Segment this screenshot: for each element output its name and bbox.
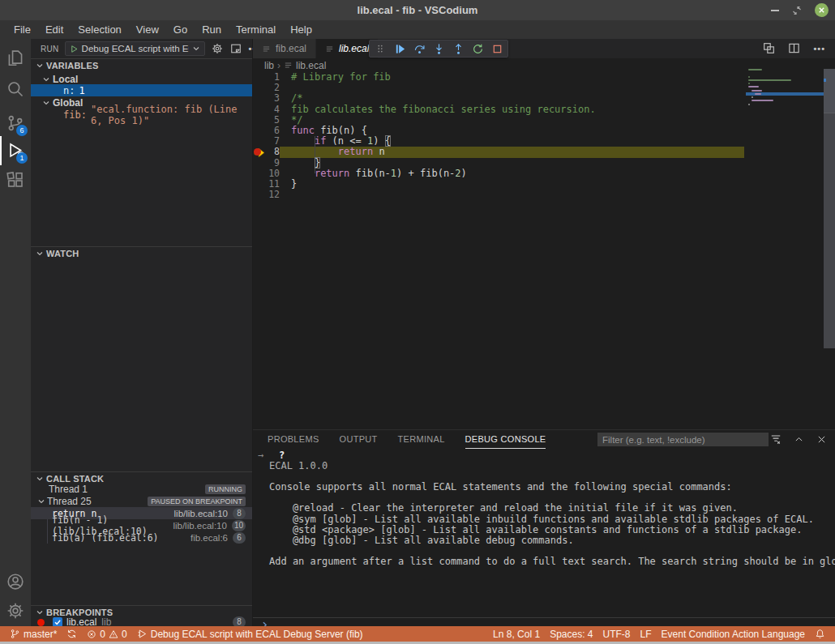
code-line[interactable]: 12 bbox=[253, 190, 835, 200]
step-into-button[interactable] bbox=[430, 41, 447, 57]
thread-name: Thread 25 bbox=[47, 496, 92, 507]
token-numlit: 1 bbox=[391, 168, 396, 179]
breadcrumb-file[interactable]: lib.ecal bbox=[296, 60, 326, 71]
continue-button[interactable] bbox=[392, 41, 408, 57]
menu-item-selection[interactable]: Selection bbox=[71, 20, 128, 39]
menu-item-terminal[interactable]: Terminal bbox=[229, 20, 283, 39]
scm-badge: 6 bbox=[16, 125, 28, 136]
status-indentation[interactable]: Spaces: 4 bbox=[545, 626, 597, 642]
menu-item-edit[interactable]: Edit bbox=[38, 20, 71, 39]
token-br: } bbox=[315, 157, 320, 168]
status-cursor-position[interactable]: Ln 8, Col 1 bbox=[488, 626, 545, 642]
variables-section-header[interactable]: VARIABLES bbox=[31, 58, 252, 71]
status-encoding[interactable]: UTF-8 bbox=[598, 626, 636, 642]
toolbar-drag-handle[interactable] bbox=[372, 41, 388, 57]
code-line[interactable]: 10 return fib(n-1) + fib(n-2) bbox=[253, 168, 835, 179]
chevron-down-icon bbox=[37, 497, 45, 505]
split-editor-icon[interactable] bbox=[788, 42, 800, 54]
gutter-breakpoint-zone[interactable] bbox=[253, 179, 267, 190]
gutter-breakpoint-zone[interactable] bbox=[253, 190, 267, 200]
filter-icon[interactable] bbox=[770, 433, 781, 445]
maximize-panel-icon[interactable] bbox=[794, 434, 804, 445]
status-language-mode[interactable]: Event Condition Action Language bbox=[657, 626, 810, 642]
gutter-breakpoint-zone[interactable] bbox=[253, 93, 267, 104]
console-input-line: →? bbox=[253, 450, 832, 461]
debug-session-indicator[interactable]: Debug ECAL script with ECAL Debug Server… bbox=[132, 626, 368, 642]
line-number: 8 bbox=[267, 147, 280, 157]
variable-row[interactable]: fib:"ecal.function: fib (Line 6, Pos 1)" bbox=[31, 109, 252, 121]
callstack-frame-row[interactable]: fib(a) (fib.ecal:6)fib.ecal:66 bbox=[31, 531, 252, 544]
sync-button[interactable] bbox=[62, 626, 82, 642]
gutter-breakpoint-zone[interactable] bbox=[253, 115, 267, 126]
menu-item-go[interactable]: Go bbox=[166, 20, 195, 39]
menu-item-run[interactable]: Run bbox=[195, 20, 229, 39]
title-bar: lib.ecal - fib - VSCodium bbox=[0, 0, 835, 20]
minimize-button[interactable] bbox=[771, 10, 779, 11]
variables-scope-row[interactable]: Local bbox=[31, 73, 252, 85]
problems-indicator[interactable]: 0 0 bbox=[82, 626, 131, 642]
open-changes-icon[interactable] bbox=[763, 42, 775, 54]
close-panel-icon[interactable] bbox=[816, 434, 827, 445]
gutter-breakpoint-zone[interactable] bbox=[253, 147, 267, 157]
overview-ruler-scrollbar[interactable] bbox=[824, 69, 835, 348]
activitybar-extensions[interactable] bbox=[0, 165, 31, 194]
gutter-breakpoint-zone[interactable] bbox=[253, 72, 267, 83]
panel-tab-debug-console[interactable]: DEBUG CONSOLE bbox=[465, 430, 546, 449]
activitybar-search[interactable] bbox=[0, 75, 31, 104]
callstack-frame-row[interactable]: fib(n - 1) (lib/lib.ecal:10)lib/lib.ecal… bbox=[31, 519, 252, 531]
open-debug-console-icon[interactable] bbox=[230, 43, 242, 54]
code-line[interactable]: 11} bbox=[253, 179, 835, 190]
callstack-thread-row[interactable]: Thread 1RUNNING bbox=[31, 483, 252, 495]
panel-tab-output[interactable]: OUTPUT bbox=[340, 430, 378, 449]
menu-item-file[interactable]: File bbox=[6, 20, 38, 39]
token-br: { bbox=[385, 135, 391, 147]
launch-config-dropdown[interactable]: Debug ECAL script with ECAL D bbox=[65, 41, 205, 56]
step-out-button[interactable] bbox=[450, 41, 466, 57]
restart-button[interactable] bbox=[469, 41, 486, 57]
variables-title: VARIABLES bbox=[46, 61, 99, 70]
variable-value: "ecal.function: fib (Line 6, Pos 1)" bbox=[91, 104, 252, 126]
step-over-button[interactable] bbox=[411, 41, 427, 57]
callstack-thread-row[interactable]: Thread 25PAUSED ON BREAKPOINT bbox=[31, 495, 252, 507]
branch-indicator[interactable]: master* bbox=[5, 626, 62, 642]
variable-row[interactable]: n:1 bbox=[31, 84, 252, 96]
close-button[interactable] bbox=[815, 3, 829, 17]
gutter-breakpoint-zone[interactable] bbox=[253, 104, 267, 115]
frame-name: fib(a) (fib.ecal:6) bbox=[52, 532, 159, 544]
scrollbar-thumb[interactable] bbox=[824, 69, 835, 113]
activitybar-explorer[interactable] bbox=[0, 44, 31, 73]
restore-button[interactable] bbox=[792, 6, 802, 15]
gutter-breakpoint-zone[interactable] bbox=[253, 168, 267, 179]
breadcrumb-separator: › bbox=[277, 60, 280, 71]
activitybar-run-debug[interactable]: 1 bbox=[0, 136, 31, 165]
status-eol[interactable]: LF bbox=[636, 626, 657, 642]
watch-section-header[interactable]: WATCH bbox=[31, 246, 252, 259]
console-output-line: ECAL 1.0.0 bbox=[253, 461, 832, 471]
panel-tab-problems[interactable]: PROBLEMS bbox=[268, 430, 319, 449]
configure-gear-icon[interactable] bbox=[212, 43, 223, 54]
start-debug-icon[interactable] bbox=[70, 45, 79, 53]
gutter-breakpoint-zone[interactable] bbox=[253, 158, 267, 168]
account-button[interactable] bbox=[0, 567, 31, 596]
gutter-breakpoint-zone[interactable] bbox=[253, 83, 267, 93]
notifications-bell-icon[interactable] bbox=[810, 626, 830, 642]
panel-tab-terminal[interactable]: TERMINAL bbox=[398, 430, 445, 449]
manage-gear-button[interactable] bbox=[0, 596, 31, 625]
code-line[interactable]: 8 return n bbox=[253, 147, 835, 157]
token-pl: n bbox=[373, 146, 384, 157]
editor-more-actions-icon[interactable]: ••• bbox=[813, 44, 825, 53]
menu-item-view[interactable]: View bbox=[129, 20, 166, 39]
menu-item-help[interactable]: Help bbox=[283, 20, 319, 39]
gutter-breakpoint-zone[interactable] bbox=[253, 126, 267, 136]
breadcrumb-folder[interactable]: lib bbox=[264, 60, 274, 71]
tab-fib.ecal[interactable]: fib.ecal bbox=[253, 39, 316, 58]
activitybar-source-control[interactable]: 6 bbox=[0, 109, 31, 138]
minimap[interactable] bbox=[746, 69, 824, 116]
console-filter-input[interactable] bbox=[597, 433, 769, 446]
token-cmt: */ bbox=[291, 114, 302, 126]
code-editor[interactable]: 1# Library for fib23/*4fib calculates th… bbox=[253, 72, 835, 429]
debug-console-output[interactable]: →?ECAL 1.0.0 Console supports all normal… bbox=[253, 450, 832, 567]
token-pl: ) bbox=[461, 168, 467, 179]
stop-button[interactable] bbox=[489, 41, 505, 57]
gutter-breakpoint-zone[interactable] bbox=[253, 136, 267, 147]
